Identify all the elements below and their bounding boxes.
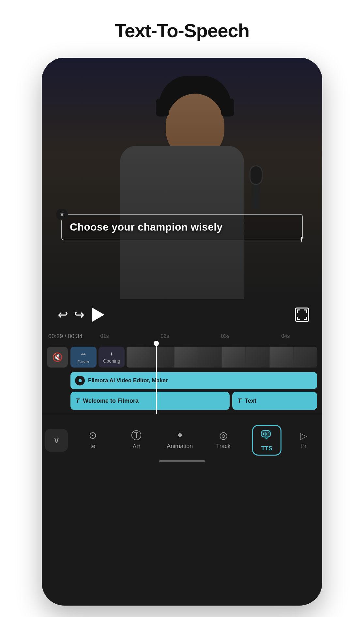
- cover-label: Cover: [77, 359, 89, 364]
- opening-clip[interactable]: + Opening: [99, 347, 125, 368]
- filmora-icon: ⏺: [75, 376, 85, 385]
- headphone-arc: [159, 76, 231, 105]
- caption-close-button[interactable]: ×: [56, 209, 68, 220]
- film-frame-4: [198, 347, 221, 368]
- mute-button[interactable]: 🔇: [47, 347, 68, 368]
- fullscreen-button[interactable]: [295, 308, 309, 322]
- ruler-mark-1s: 01s: [74, 333, 135, 339]
- text-tracks-row: T Welcome to Filmora T Text: [65, 390, 322, 411]
- toolbar-track-label: Track: [216, 443, 230, 450]
- toolbar-item-tts[interactable]: AI TTS: [252, 425, 281, 456]
- play-icon: [92, 308, 104, 322]
- toolbar-tts-label: TTS: [261, 445, 272, 452]
- person-head-area: [162, 77, 228, 156]
- toolbar-art-label: Art: [132, 443, 140, 450]
- controls-bar: ↩ ↪: [42, 299, 322, 330]
- time-display: 00:29 / 00:34: [48, 333, 83, 340]
- filmora-track[interactable]: ⏺ Filmora AI Video Editor, Maker: [70, 372, 317, 389]
- welcome-clip[interactable]: T Welcome to Filmora: [70, 392, 230, 410]
- bottom-toolbar: ∨ ⊙ te Ⓣ Art ✦ Animation ◎ Track: [42, 414, 322, 466]
- film-frame-7: [270, 347, 293, 368]
- film-frame-1: [127, 347, 150, 368]
- caption-overlay[interactable]: × Choose your champion wisely ↗: [61, 214, 303, 240]
- headphone-right: [221, 98, 234, 116]
- film-frame-8: [294, 347, 317, 368]
- microphone-head: [250, 165, 263, 185]
- toolbar-item-art[interactable]: Ⓣ Art: [122, 430, 151, 450]
- ruler-mark-4s: 04s: [255, 333, 316, 339]
- home-indicator: [159, 460, 205, 462]
- tracks-container: 🔇 ↔ Cover + Opening: [42, 342, 322, 414]
- film-frame-2: [150, 347, 174, 368]
- headphone-left: [156, 98, 169, 116]
- opening-label: Opening: [103, 358, 120, 364]
- text-label: Text: [245, 398, 256, 404]
- toolbar-item-animation[interactable]: ✦ Animation: [165, 430, 194, 450]
- time-ruler: 00:29 / 00:34 01s 02s 03s 04s: [42, 330, 322, 342]
- toolbar-template-label: te: [90, 443, 95, 450]
- ruler-marks: 01s 02s 03s 04s: [74, 333, 316, 339]
- text-clip-icon-2: T: [237, 397, 241, 405]
- art-icon: Ⓣ: [131, 430, 142, 441]
- ruler-mark-2s: 02s: [135, 333, 195, 339]
- film-frame-3: [174, 347, 198, 368]
- play-button[interactable]: [87, 305, 107, 324]
- chevron-down-icon: ∨: [53, 435, 60, 445]
- toolbar-animation-label: Animation: [167, 443, 193, 450]
- preview-icon: ▷: [300, 431, 307, 441]
- toolbar-item-track[interactable]: ◎ Track: [209, 430, 238, 450]
- toolbar-item-template[interactable]: ⊙ te: [78, 430, 108, 450]
- redo-button[interactable]: ↪: [71, 307, 87, 323]
- playhead-indicator: [154, 341, 159, 346]
- animation-icon: ✦: [176, 430, 184, 440]
- film-frame-5: [222, 347, 245, 368]
- toolbar-preview-label: Pr: [301, 443, 306, 449]
- phone-frame: × Choose your champion wisely ↗ ↩ ↪ 00:2…: [42, 58, 322, 606]
- text-clip[interactable]: T Text: [232, 392, 317, 410]
- welcome-label: Welcome to Filmora: [83, 398, 139, 404]
- playhead: [156, 342, 157, 414]
- collapse-button[interactable]: ∨: [45, 429, 68, 452]
- undo-button[interactable]: ↩: [55, 307, 71, 323]
- toolbar-item-preview[interactable]: ▷ Pr: [296, 431, 312, 449]
- video-filmstrip[interactable]: [127, 347, 317, 368]
- template-icon: ⊙: [89, 430, 97, 440]
- video-track-row: 🔇 ↔ Cover + Opening: [42, 345, 322, 369]
- mute-icon: 🔇: [52, 352, 63, 362]
- video-background: × Choose your champion wisely ↗: [42, 58, 322, 299]
- caption-text: Choose your champion wisely: [70, 221, 223, 233]
- text-clip-icon-1: T: [76, 397, 80, 405]
- video-area: × Choose your champion wisely ↗: [42, 58, 322, 299]
- page-title: Text-To-Speech: [115, 20, 249, 41]
- svg-text:AI: AI: [268, 430, 271, 433]
- film-frame-6: [246, 347, 269, 368]
- track-icon: ◎: [219, 430, 228, 440]
- ruler-mark-3s: 03s: [195, 333, 255, 339]
- cover-clip[interactable]: ↔ Cover: [70, 347, 97, 368]
- toolbar-items: ⊙ te Ⓣ Art ✦ Animation ◎ Track: [71, 425, 319, 456]
- tts-icon: AI: [261, 429, 273, 443]
